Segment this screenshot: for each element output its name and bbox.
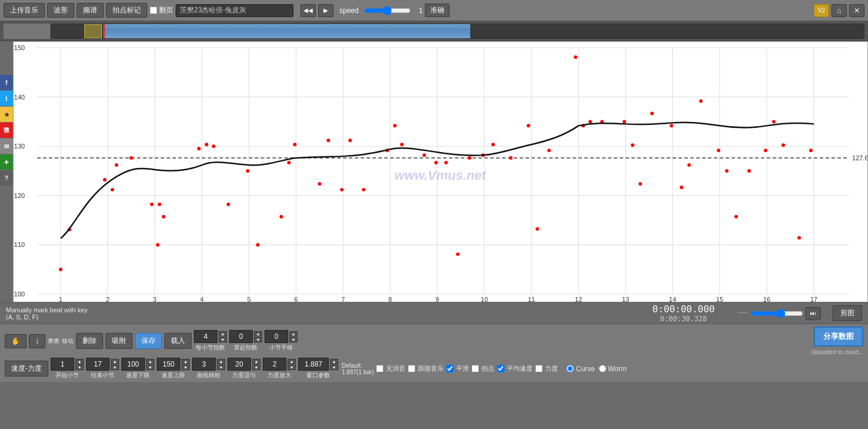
smooth-checkbox[interactable] [446,365,454,372]
beat-point-checkbox[interactable] [471,365,479,372]
beat-button[interactable]: 拍点标记 [106,3,147,18]
speed-upper-down[interactable]: ▼ [181,365,190,370]
start-bar-input[interactable] [51,358,74,371]
spectrum-button[interactable]: 频谱 [77,3,104,18]
svg-point-94 [651,111,654,115]
window-param-up[interactable]: ▲ [330,359,338,364]
speed-lower-down[interactable]: ▼ [146,365,154,370]
svg-text:120: 120 [14,192,25,199]
social-weibo-button[interactable]: 微 [0,123,13,138]
svg-text:15: 15 [716,296,723,302]
speed-force-button[interactable]: 速度-力度 [5,361,48,377]
svg-point-83 [509,156,513,160]
speed-lower-up[interactable]: ▲ [146,359,154,364]
speed-label: speed [339,6,359,15]
curve-radio-item[interactable]: Curve [566,365,595,373]
beats-per-bar-down[interactable]: ▼ [219,337,227,342]
jiandao-button[interactable]: 剪图 [833,305,862,321]
fanye-label: 翻页 [159,5,173,15]
delete-button[interactable]: 删除 [76,333,103,349]
line-thin-up[interactable]: ▲ [217,359,225,364]
social-star-button[interactable]: ★ [0,107,13,122]
prev-button[interactable]: ◀◀ [301,4,316,17]
line-thin-down[interactable]: ▼ [217,365,225,370]
bar-shift-up[interactable]: ▲ [289,331,298,336]
beat-density-down[interactable]: ▼ [254,337,262,342]
end-bar-down[interactable]: ▼ [111,365,119,370]
follow-music-checkbox[interactable] [408,365,415,372]
bar-shift-spinner: ▲ ▼ 小节平移 [265,330,298,352]
speed-lower-input[interactable] [121,358,145,371]
speed-upper-up[interactable]: ▲ [181,359,190,364]
svg-point-74 [393,124,397,127]
avg-speed-checkbox-group: 平均速度 [497,364,533,373]
volume-slider[interactable] [750,309,803,318]
start-bar-up[interactable]: ▲ [75,359,84,364]
worm-radio-item[interactable]: Worm [599,365,627,373]
speed-slider[interactable] [364,6,411,15]
avg-speed-checkbox[interactable] [497,365,504,372]
play-controls: ◀◀ ▶ [301,4,334,17]
svg-point-102 [747,169,751,173]
speed-upper-input[interactable] [157,358,180,371]
beats-per-bar-label: 每小节拍数 [196,344,225,352]
bar-shift-input[interactable] [265,330,288,343]
svg-point-93 [639,182,642,186]
beats-per-bar-up[interactable]: ▲ [219,331,227,336]
force-label: 力度 [545,364,558,373]
line-thin-input[interactable] [192,358,216,371]
beat-density-input[interactable] [229,330,253,343]
force-amplify-up[interactable]: ▲ [288,359,296,364]
play-button[interactable]: ▶ [318,4,334,17]
force-smooth-up[interactable]: ▲ [252,359,260,364]
beat-density-up[interactable]: ▲ [254,331,262,336]
fenshu-button[interactable]: 分享数图 [814,326,863,346]
follow-music-label: 跟随音乐 [418,364,444,373]
beats-per-bar-input[interactable] [194,330,217,343]
end-bar-up[interactable]: ▲ [111,359,119,364]
drag-button[interactable]: ↕ [29,334,45,348]
window-param-down[interactable]: ▼ [330,365,338,370]
worm-radio[interactable] [599,365,606,372]
svg-text:9: 9 [435,296,439,302]
start-bar-down[interactable]: ▼ [75,365,84,370]
force-amplify-label: 力度放大 [268,371,291,380]
nosound-checkbox[interactable] [376,365,384,372]
load-button[interactable]: 载入 [164,333,192,349]
social-twitter-button[interactable]: t [0,91,13,106]
end-bar-input[interactable] [86,358,110,371]
home-button[interactable]: ⌂ [831,4,847,17]
top-right-controls: V2 ⌂ ✕ [814,4,864,17]
bar-shift-down[interactable]: ▼ [289,337,298,342]
move-button[interactable]: ✋ [5,334,27,348]
song-name-input[interactable] [176,4,293,17]
svg-point-64 [256,243,259,246]
svg-point-60 [205,143,209,146]
v2-button[interactable]: V2 [814,4,829,17]
wave-button[interactable]: 波形 [47,3,74,18]
social-help-button[interactable]: ? [0,170,13,186]
force-amplify-down[interactable]: ▼ [288,365,296,370]
drag-icon: ↕ [35,337,39,345]
save-button[interactable]: 保存 [135,333,162,349]
main-chart-container[interactable]: 127.6 150 140 130 120 110 100 1 2 3 4 5 … [13,41,868,302]
attach-button[interactable]: 吸附 [105,333,133,349]
force-smooth-down[interactable]: ▼ [252,365,260,370]
close-button[interactable]: ✕ [849,4,864,17]
social-mail-button[interactable]: ✉ [0,138,13,154]
waveform-track[interactable] [51,24,864,39]
force-checkbox[interactable] [535,365,543,372]
social-plus-button[interactable]: + [0,154,13,170]
nosound-label: 无消音 [386,364,405,373]
force-smooth-input[interactable] [227,358,251,371]
social-facebook-button[interactable]: f [0,75,13,90]
window-param-input[interactable] [298,358,329,371]
fanye-checkbox[interactable] [150,6,157,14]
status-instructions: Manually mark beat with key (A, S, D, F) [6,306,88,321]
fast-forward-button[interactable]: ⏭ [806,307,821,320]
svg-point-101 [734,215,738,219]
curve-radio[interactable] [566,365,574,372]
upload-music-button[interactable]: 上传音乐 [4,3,45,18]
zhunque-button[interactable]: 准确 [425,4,450,17]
force-amplify-input[interactable] [263,358,286,371]
